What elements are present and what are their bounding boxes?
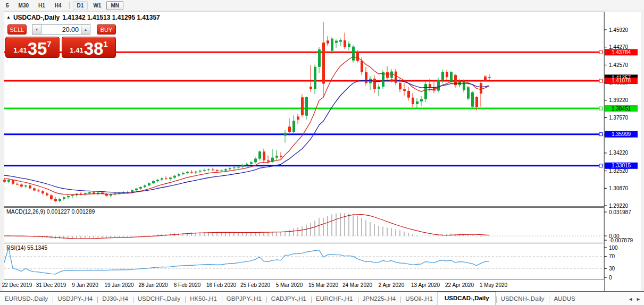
mt4-window: 5M30H1H4D1W1MN 1.459201.442701.425701.40…	[0, 0, 644, 305]
svg-text:1.45920: 1.45920	[609, 27, 629, 33]
chart-tab-gbpjpy-h1[interactable]: GBPJPY-,H1	[222, 293, 266, 305]
price-panels: 1.41 35 7 1.41 38 1	[5, 37, 122, 58]
tab-scroll-left-icon[interactable]: ◄	[628, 296, 633, 302]
sell-price-main: 35	[28, 42, 47, 56]
tab-scroll-right-icon[interactable]: ►	[636, 296, 641, 302]
svg-text:9 Jan 2020: 9 Jan 2020	[72, 282, 98, 288]
svg-text:6 Feb 2020: 6 Feb 2020	[174, 282, 201, 288]
svg-text:22 Dec 2019: 22 Dec 2019	[2, 282, 32, 288]
svg-text:30: 30	[609, 266, 615, 272]
chart-tab-audus[interactable]: AUDUS	[549, 293, 580, 305]
svg-text:1.34220: 1.34220	[609, 150, 629, 156]
svg-text:0: 0	[609, 275, 612, 281]
svg-text:1 May 2020: 1 May 2020	[480, 282, 508, 288]
svg-text:100: 100	[609, 245, 618, 251]
svg-text:25 Feb 2020: 25 Feb 2020	[240, 282, 271, 288]
buy-price-panel[interactable]: 1.41 38 1	[62, 37, 116, 58]
svg-text:28 Jan 2020: 28 Jan 2020	[138, 282, 168, 288]
svg-text:1.39220: 1.39220	[609, 97, 629, 103]
svg-text:19 Jan 2020: 19 Jan 2020	[104, 282, 133, 288]
volume-increase-button[interactable]: ▲	[81, 24, 90, 35]
chart-tab-cadjpy-h1[interactable]: CADJPY-,H1	[266, 293, 311, 305]
ohlc-values: 1.41342 1.41513 1.41295 1.41357	[62, 14, 160, 21]
macd-indicator-label: MACD(12,26,9) 0.001227 0.001289	[6, 208, 95, 215]
chart-tab-usdcad-daily[interactable]: USDCAD-,Daily	[438, 292, 496, 305]
chart-tab-hk50-h1[interactable]: HK50-,H1	[185, 293, 222, 305]
svg-text:16 Feb 2020: 16 Feb 2020	[206, 282, 237, 288]
svg-text:22 Apr 2020: 22 Apr 2020	[445, 282, 474, 288]
chart-tab-usdjpy-h4[interactable]: USDJPY-,H4	[53, 293, 97, 305]
svg-text:0.031987: 0.031987	[609, 209, 631, 215]
chart-tab-dj30-h4[interactable]: DJ30-,H4	[97, 293, 133, 305]
sell-button[interactable]: SELL	[7, 24, 27, 35]
svg-text:1.30870: 1.30870	[609, 185, 629, 191]
svg-text:1.33015: 1.33015	[612, 163, 631, 168]
svg-text:1.29220: 1.29220	[609, 203, 629, 209]
spin-up-icon: ▲	[84, 28, 88, 31]
buy-button[interactable]: BUY	[97, 24, 116, 35]
time-axis[interactable]: 22 Dec 201931 Dec 20199 Jan 202019 Jan 2…	[2, 282, 508, 288]
svg-text:24 Mar 2020: 24 Mar 2020	[342, 282, 373, 288]
svg-text:13 Apr 2020: 13 Apr 2020	[411, 282, 440, 288]
svg-text:5 Mar 2020: 5 Mar 2020	[276, 282, 303, 288]
spin-down-icon: ▼	[35, 28, 39, 31]
chart-tab-usdcnh-daily[interactable]: USDCNH-,Daily	[496, 293, 549, 305]
svg-text:31 Dec 2019: 31 Dec 2019	[36, 282, 66, 288]
chart-tab-eurchf-h1[interactable]: EURCHF-,H1	[311, 293, 358, 305]
symbol-name: USDCAD-,Daily	[13, 14, 60, 21]
rsi-indicator-label: RSI(14) 55.1345	[6, 244, 47, 251]
collapse-arrow-icon[interactable]: ▲	[6, 15, 11, 20]
sell-price-pipette: 7	[47, 39, 51, 48]
chart-tab-usoil-h1[interactable]: USOil-,H1	[400, 293, 438, 305]
svg-text:1.38451: 1.38451	[612, 106, 631, 112]
svg-text:1.41078: 1.41078	[612, 78, 631, 83]
buy-price-prefix: 1.41	[70, 46, 83, 54]
one-click-trading-panel: ▲ USDCAD-,Daily 1.41342 1.41513 1.41295 …	[5, 14, 122, 58]
svg-text:1.35999: 1.35999	[612, 131, 631, 137]
chart-tab-eurusd-daily[interactable]: EURUSD-,Daily	[0, 293, 53, 305]
svg-text:15 Mar 2020: 15 Mar 2020	[308, 282, 339, 288]
sell-price-panel[interactable]: 1.41 35 7	[5, 37, 60, 58]
chart-tabbar: EURUSD-,DailyUSDJPY-,H4DJ30-,H4USDCHF-,D…	[0, 291, 644, 305]
volume-input[interactable]: 20.00	[41, 24, 81, 35]
svg-text:70: 70	[609, 253, 615, 259]
svg-text:1.37570: 1.37570	[609, 115, 629, 121]
chart-tabs: EURUSD-,DailyUSDJPY-,H4DJ30-,H4USDCHF-,D…	[0, 292, 626, 305]
volume-decrease-button[interactable]: ▼	[32, 24, 41, 35]
sell-price-prefix: 1.41	[13, 46, 27, 54]
svg-text:-0.007879: -0.007879	[609, 238, 633, 243]
svg-text:2 Apr 2020: 2 Apr 2020	[379, 282, 405, 288]
svg-text:1.43784: 1.43784	[612, 49, 631, 55]
chart-title: ▲ USDCAD-,Daily 1.41342 1.41513 1.41295 …	[5, 14, 122, 21]
chart-tab-usdchf-daily[interactable]: USDCHF-,Daily	[133, 293, 186, 305]
buy-price-main: 38	[84, 42, 104, 56]
buy-price-pipette: 1	[103, 39, 107, 48]
tab-scroll-arrows: ◄ ►	[626, 296, 644, 305]
chart-tab-jpn225-h4[interactable]: JPN225-,H4	[358, 293, 401, 305]
svg-text:1.42570: 1.42570	[609, 62, 629, 68]
order-controls: SELL ▼ 20.00 ▲ BUY	[7, 24, 122, 35]
